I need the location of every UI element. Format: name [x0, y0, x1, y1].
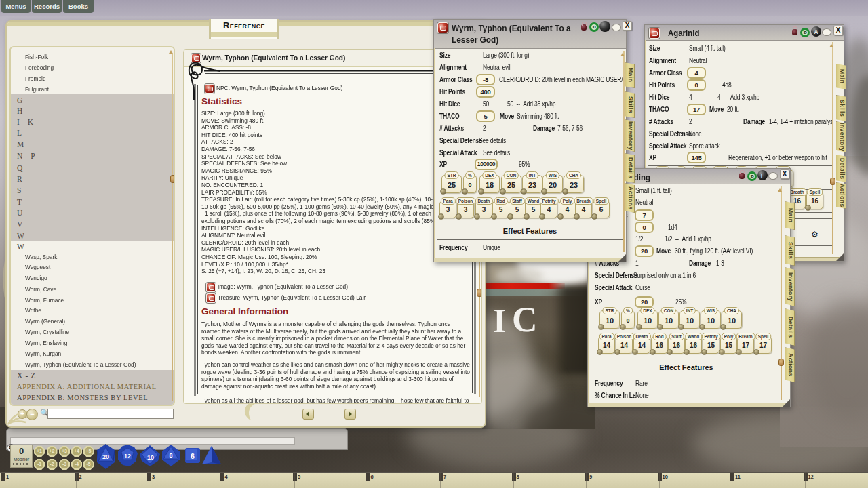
- svg-text:20: 20: [102, 453, 109, 460]
- svg-text:8: 8: [169, 452, 172, 459]
- svg-text:10: 10: [147, 454, 154, 461]
- svg-text:12: 12: [124, 453, 131, 460]
- svg-text:6: 6: [191, 452, 195, 460]
